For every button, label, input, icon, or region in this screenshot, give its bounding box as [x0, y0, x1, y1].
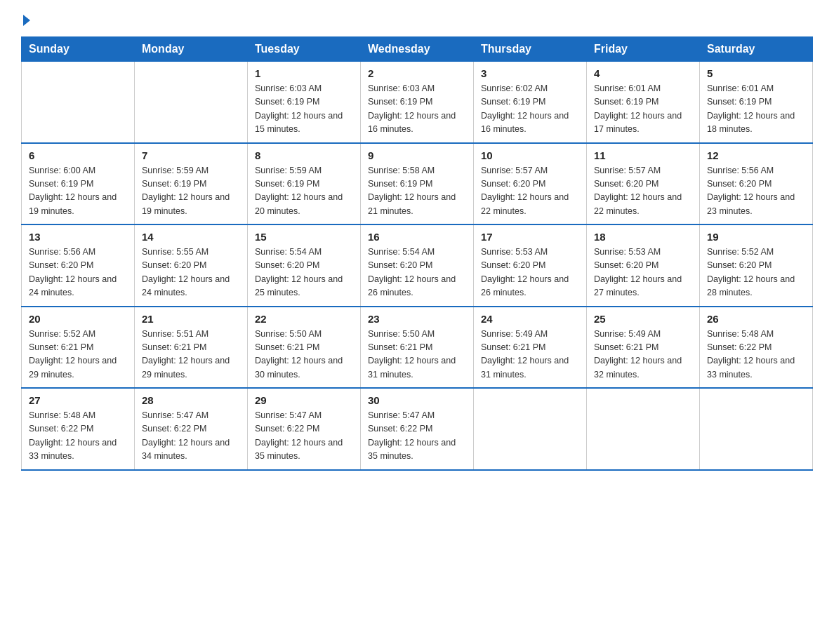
- day-info: Sunrise: 5:50 AMSunset: 6:21 PMDaylight:…: [368, 328, 466, 382]
- calendar-day-cell: [22, 62, 135, 143]
- calendar-day-cell: 12Sunrise: 5:56 AMSunset: 6:20 PMDayligh…: [700, 143, 813, 225]
- day-of-week-header: Thursday: [474, 37, 587, 62]
- day-info: Sunrise: 6:03 AMSunset: 6:19 PMDaylight:…: [368, 82, 466, 137]
- calendar-day-cell: 22Sunrise: 5:50 AMSunset: 6:21 PMDayligh…: [248, 307, 361, 389]
- day-number: 17: [481, 231, 579, 243]
- day-number: 20: [29, 313, 127, 325]
- day-number: 26: [707, 313, 805, 325]
- calendar-day-cell: 23Sunrise: 5:50 AMSunset: 6:21 PMDayligh…: [361, 307, 474, 389]
- calendar-week-row: 20Sunrise: 5:52 AMSunset: 6:21 PMDayligh…: [22, 307, 813, 389]
- calendar-day-cell: 1Sunrise: 6:03 AMSunset: 6:19 PMDaylight…: [248, 62, 361, 143]
- calendar-day-cell: 25Sunrise: 5:49 AMSunset: 6:21 PMDayligh…: [587, 307, 700, 389]
- day-of-week-header: Wednesday: [361, 37, 474, 62]
- day-info: Sunrise: 6:03 AMSunset: 6:19 PMDaylight:…: [255, 82, 353, 137]
- day-info: Sunrise: 5:50 AMSunset: 6:21 PMDaylight:…: [255, 328, 353, 382]
- day-of-week-header: Monday: [135, 37, 248, 62]
- day-number: 24: [481, 313, 579, 325]
- day-info: Sunrise: 5:56 AMSunset: 6:20 PMDaylight:…: [29, 246, 127, 300]
- calendar-day-cell: 16Sunrise: 5:54 AMSunset: 6:20 PMDayligh…: [361, 224, 474, 307]
- logo: [21, 14, 30, 25]
- day-info: Sunrise: 5:52 AMSunset: 6:20 PMDaylight:…: [707, 246, 805, 300]
- day-number: 6: [29, 149, 127, 161]
- calendar-header-row: SundayMondayTuesdayWednesdayThursdayFrid…: [22, 37, 813, 62]
- calendar-day-cell: 13Sunrise: 5:56 AMSunset: 6:20 PMDayligh…: [22, 224, 135, 307]
- day-info: Sunrise: 5:52 AMSunset: 6:21 PMDaylight:…: [29, 328, 127, 382]
- day-info: Sunrise: 6:02 AMSunset: 6:19 PMDaylight:…: [481, 82, 579, 137]
- calendar-day-cell: 5Sunrise: 6:01 AMSunset: 6:19 PMDaylight…: [700, 62, 813, 143]
- day-number: 18: [594, 231, 692, 243]
- day-info: Sunrise: 5:53 AMSunset: 6:20 PMDaylight:…: [481, 246, 579, 300]
- day-number: 29: [255, 394, 353, 406]
- day-info: Sunrise: 5:49 AMSunset: 6:21 PMDaylight:…: [594, 328, 692, 382]
- day-info: Sunrise: 6:01 AMSunset: 6:19 PMDaylight:…: [594, 82, 692, 137]
- calendar-day-cell: 3Sunrise: 6:02 AMSunset: 6:19 PMDaylight…: [474, 62, 587, 143]
- day-info: Sunrise: 5:48 AMSunset: 6:22 PMDaylight:…: [29, 409, 127, 464]
- day-info: Sunrise: 5:49 AMSunset: 6:21 PMDaylight:…: [481, 328, 579, 382]
- day-number: 4: [594, 67, 692, 79]
- day-info: Sunrise: 5:59 AMSunset: 6:19 PMDaylight:…: [255, 164, 353, 219]
- calendar-day-cell: 19Sunrise: 5:52 AMSunset: 6:20 PMDayligh…: [700, 224, 813, 307]
- day-number: 30: [368, 394, 466, 406]
- calendar-week-row: 13Sunrise: 5:56 AMSunset: 6:20 PMDayligh…: [22, 224, 813, 307]
- day-number: 10: [481, 149, 579, 161]
- day-of-week-header: Friday: [587, 37, 700, 62]
- day-info: Sunrise: 5:53 AMSunset: 6:20 PMDaylight:…: [594, 246, 692, 300]
- day-info: Sunrise: 5:54 AMSunset: 6:20 PMDaylight:…: [368, 246, 466, 300]
- calendar-day-cell: 14Sunrise: 5:55 AMSunset: 6:20 PMDayligh…: [135, 224, 248, 307]
- calendar-week-row: 27Sunrise: 5:48 AMSunset: 6:22 PMDayligh…: [22, 388, 813, 470]
- page-header: [21, 14, 813, 25]
- calendar-day-cell: 28Sunrise: 5:47 AMSunset: 6:22 PMDayligh…: [135, 388, 248, 470]
- day-number: 25: [594, 313, 692, 325]
- day-number: 21: [142, 313, 240, 325]
- calendar-day-cell: 18Sunrise: 5:53 AMSunset: 6:20 PMDayligh…: [587, 224, 700, 307]
- calendar-week-row: 1Sunrise: 6:03 AMSunset: 6:19 PMDaylight…: [22, 62, 813, 143]
- calendar-day-cell: 4Sunrise: 6:01 AMSunset: 6:19 PMDaylight…: [587, 62, 700, 143]
- day-info: Sunrise: 5:47 AMSunset: 6:22 PMDaylight:…: [255, 409, 353, 464]
- calendar-day-cell: 17Sunrise: 5:53 AMSunset: 6:20 PMDayligh…: [474, 224, 587, 307]
- calendar-day-cell: 6Sunrise: 6:00 AMSunset: 6:19 PMDaylight…: [22, 143, 135, 225]
- day-number: 16: [368, 231, 466, 243]
- day-number: 12: [707, 149, 805, 161]
- day-number: 15: [255, 231, 353, 243]
- calendar-day-cell: 24Sunrise: 5:49 AMSunset: 6:21 PMDayligh…: [474, 307, 587, 389]
- day-of-week-header: Tuesday: [248, 37, 361, 62]
- calendar-day-cell: 7Sunrise: 5:59 AMSunset: 6:19 PMDaylight…: [135, 143, 248, 225]
- calendar-week-row: 6Sunrise: 6:00 AMSunset: 6:19 PMDaylight…: [22, 143, 813, 225]
- day-number: 5: [707, 67, 805, 79]
- day-info: Sunrise: 6:01 AMSunset: 6:19 PMDaylight:…: [707, 82, 805, 137]
- day-info: Sunrise: 5:48 AMSunset: 6:22 PMDaylight:…: [707, 328, 805, 382]
- calendar-day-cell: 11Sunrise: 5:57 AMSunset: 6:20 PMDayligh…: [587, 143, 700, 225]
- day-number: 11: [594, 149, 692, 161]
- day-of-week-header: Sunday: [22, 37, 135, 62]
- calendar-day-cell: 10Sunrise: 5:57 AMSunset: 6:20 PMDayligh…: [474, 143, 587, 225]
- day-info: Sunrise: 6:00 AMSunset: 6:19 PMDaylight:…: [29, 164, 127, 219]
- day-of-week-header: Saturday: [700, 37, 813, 62]
- calendar-day-cell: 9Sunrise: 5:58 AMSunset: 6:19 PMDaylight…: [361, 143, 474, 225]
- day-number: 22: [255, 313, 353, 325]
- calendar-day-cell: 30Sunrise: 5:47 AMSunset: 6:22 PMDayligh…: [361, 388, 474, 470]
- calendar-day-cell: 8Sunrise: 5:59 AMSunset: 6:19 PMDaylight…: [248, 143, 361, 225]
- day-number: 3: [481, 67, 579, 79]
- day-info: Sunrise: 5:57 AMSunset: 6:20 PMDaylight:…: [481, 164, 579, 219]
- calendar-day-cell: 26Sunrise: 5:48 AMSunset: 6:22 PMDayligh…: [700, 307, 813, 389]
- calendar-day-cell: 15Sunrise: 5:54 AMSunset: 6:20 PMDayligh…: [248, 224, 361, 307]
- day-info: Sunrise: 5:47 AMSunset: 6:22 PMDaylight:…: [368, 409, 466, 464]
- calendar-day-cell: [135, 62, 248, 143]
- calendar-day-cell: 2Sunrise: 6:03 AMSunset: 6:19 PMDaylight…: [361, 62, 474, 143]
- calendar-day-cell: 20Sunrise: 5:52 AMSunset: 6:21 PMDayligh…: [22, 307, 135, 389]
- day-number: 14: [142, 231, 240, 243]
- calendar-day-cell: 27Sunrise: 5:48 AMSunset: 6:22 PMDayligh…: [22, 388, 135, 470]
- logo-arrow-icon: [23, 15, 30, 26]
- day-info: Sunrise: 5:51 AMSunset: 6:21 PMDaylight:…: [142, 328, 240, 382]
- calendar-day-cell: [474, 388, 587, 470]
- day-number: 9: [368, 149, 466, 161]
- day-number: 7: [142, 149, 240, 161]
- calendar-day-cell: 29Sunrise: 5:47 AMSunset: 6:22 PMDayligh…: [248, 388, 361, 470]
- day-number: 23: [368, 313, 466, 325]
- day-info: Sunrise: 5:58 AMSunset: 6:19 PMDaylight:…: [368, 164, 466, 219]
- day-info: Sunrise: 5:56 AMSunset: 6:20 PMDaylight:…: [707, 164, 805, 219]
- calendar-day-cell: [587, 388, 700, 470]
- day-number: 2: [368, 67, 466, 79]
- calendar-table: SundayMondayTuesdayWednesdayThursdayFrid…: [21, 36, 813, 471]
- day-info: Sunrise: 5:57 AMSunset: 6:20 PMDaylight:…: [594, 164, 692, 219]
